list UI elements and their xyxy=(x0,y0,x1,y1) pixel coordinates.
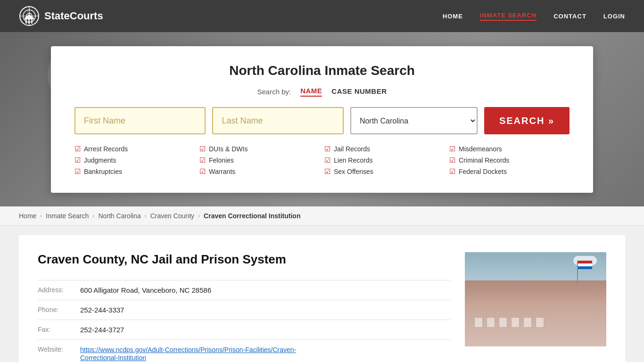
check-icon: ☑ xyxy=(199,156,206,165)
facility-title: Craven County, NC Jail and Prison System xyxy=(38,252,451,267)
phone-label: Phone: xyxy=(38,300,80,320)
breadcrumb-sep-2: › xyxy=(92,213,94,219)
breadcrumb: Home › Inmate Search › North Carolina › … xyxy=(0,206,644,226)
search-button[interactable]: SEARCH » xyxy=(484,107,570,134)
search-by-row: Search by: NAME CASE NUMBER xyxy=(74,87,570,97)
website-row: Website: https://www.ncdps.gov/Adult-Cor… xyxy=(38,340,451,362)
website-label: Website: xyxy=(38,340,80,362)
check-icon: ☑ xyxy=(324,145,330,153)
address-value: 600 Alligator Road, Vanceboro, NC 28586 xyxy=(80,280,451,300)
check-arrest-records: ☑ Arrest Records xyxy=(74,145,195,153)
header: StateCourts HOME INMATE SEARCH CONTACT L… xyxy=(0,0,644,32)
window xyxy=(536,317,544,328)
phone-row: Phone: 252-244-3337 xyxy=(38,300,451,320)
check-icon: ☑ xyxy=(74,156,81,165)
nav-home[interactable]: HOME xyxy=(443,13,463,20)
check-sex-offenses: ☑ Sex Offenses xyxy=(324,167,445,176)
first-name-input[interactable] xyxy=(74,107,206,134)
main-nav: HOME INMATE SEARCH CONTACT LOGIN xyxy=(443,12,625,21)
window xyxy=(487,317,495,328)
facility-image xyxy=(465,252,606,346)
breadcrumb-sep-1: › xyxy=(40,213,42,219)
check-label: Warrants xyxy=(209,168,235,175)
nav-contact[interactable]: CONTACT xyxy=(553,13,586,20)
check-icon: ☑ xyxy=(324,156,330,165)
check-icon: ☑ xyxy=(449,167,455,176)
window xyxy=(499,317,507,328)
check-label: Arrest Records xyxy=(84,145,128,153)
check-jail-records: ☑ Jail Records xyxy=(324,145,445,153)
search-card: North Carolina Inmate Search Search by: … xyxy=(51,46,593,193)
check-label: Bankruptcies xyxy=(84,168,122,175)
facility-info: Craven County, NC Jail and Prison System… xyxy=(38,252,451,362)
content-card: Craven County, NC Jail and Prison System… xyxy=(19,235,625,362)
breadcrumb-inmate-search[interactable]: Inmate Search xyxy=(46,212,89,220)
svg-rect-6 xyxy=(28,19,30,24)
tab-name[interactable]: NAME xyxy=(300,87,322,97)
last-name-input[interactable] xyxy=(212,107,343,134)
svg-rect-5 xyxy=(25,19,27,24)
check-label: DUIs & DWIs xyxy=(209,145,248,153)
check-icon: ☑ xyxy=(199,145,206,153)
check-criminal-records: ☑ Criminal Records xyxy=(449,156,570,165)
phone-value: 252-244-3337 xyxy=(80,300,451,320)
check-label: Criminal Records xyxy=(459,156,509,164)
breadcrumb-current: Craven Correctional Institution xyxy=(204,212,300,220)
check-icon: ☑ xyxy=(449,145,455,153)
check-label: Misdemeanors xyxy=(459,145,502,153)
svg-rect-7 xyxy=(31,19,33,24)
fax-value: 252-244-3727 xyxy=(80,320,451,340)
check-felonies: ☑ Felonies xyxy=(199,156,320,165)
breadcrumb-nc[interactable]: North Carolina xyxy=(98,212,140,220)
check-label: Felonies xyxy=(209,156,234,164)
facility-image-container xyxy=(465,252,606,362)
breadcrumb-home[interactable]: Home xyxy=(19,212,36,220)
window xyxy=(511,317,520,328)
check-icon: ☑ xyxy=(74,167,81,176)
windows xyxy=(474,317,544,328)
tab-case-number[interactable]: CASE NUMBER xyxy=(331,87,387,96)
breadcrumb-sep-3: › xyxy=(145,213,147,219)
nav-inmate-search[interactable]: INMATE SEARCH xyxy=(480,12,537,21)
info-table: Address: 600 Alligator Road, Vanceboro, … xyxy=(38,280,451,362)
check-label: Judgments xyxy=(84,156,116,164)
hero-section: COURTHOUSE North Carolina Inmate Search … xyxy=(0,32,644,206)
logo-text: StateCourts xyxy=(44,10,103,22)
window xyxy=(523,317,532,328)
check-label: Sex Offenses xyxy=(334,168,373,175)
check-lien-records: ☑ Lien Records xyxy=(324,156,445,165)
check-federal-dockets: ☑ Federal Dockets xyxy=(449,167,570,176)
check-label: Lien Records xyxy=(334,156,373,164)
breadcrumb-craven[interactable]: Craven County xyxy=(150,212,194,220)
breadcrumb-sep-4: › xyxy=(198,213,200,219)
address-label: Address: xyxy=(38,280,80,300)
check-icon: ☑ xyxy=(449,156,455,165)
check-label: Jail Records xyxy=(334,145,370,153)
logo-icon xyxy=(19,6,40,26)
check-bankruptcies: ☑ Bankruptcies xyxy=(74,167,195,176)
check-icon: ☑ xyxy=(199,167,206,176)
main-content: Craven County, NC Jail and Prison System… xyxy=(0,235,644,362)
card-title: North Carolina Inmate Search xyxy=(74,63,570,78)
search-row: North Carolina Alabama Alaska Arizona Ca… xyxy=(74,107,570,134)
website-link[interactable]: https://www.ncdps.gov/Adult-Corrections/… xyxy=(80,346,296,362)
check-label: Federal Dockets xyxy=(459,168,507,175)
check-duis: ☑ DUIs & DWIs xyxy=(199,145,320,153)
check-judgments: ☑ Judgments xyxy=(74,156,195,165)
search-by-label: Search by: xyxy=(257,88,291,96)
nav-login[interactable]: LOGIN xyxy=(603,13,625,20)
check-warrants: ☑ Warrants xyxy=(199,167,320,176)
check-misdemeanors: ☑ Misdemeanors xyxy=(449,145,570,153)
fax-row: Fax: 252-244-3727 xyxy=(38,320,451,340)
address-row: Address: 600 Alligator Road, Vanceboro, … xyxy=(38,280,451,300)
checkboxes-grid: ☑ Arrest Records ☑ DUIs & DWIs ☑ Jail Re… xyxy=(74,145,570,176)
fax-label: Fax: xyxy=(38,320,80,340)
website-value: https://www.ncdps.gov/Adult-Corrections/… xyxy=(80,340,451,362)
state-select[interactable]: North Carolina Alabama Alaska Arizona Ca… xyxy=(350,107,478,134)
building xyxy=(465,280,606,346)
check-icon: ☑ xyxy=(324,167,330,176)
flag xyxy=(578,261,592,269)
check-icon: ☑ xyxy=(74,145,81,153)
window xyxy=(474,317,483,328)
logo[interactable]: StateCourts xyxy=(19,6,103,26)
